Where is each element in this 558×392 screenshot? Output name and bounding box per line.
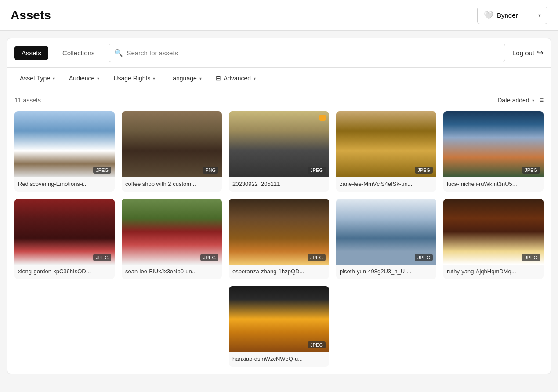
chevron-down-icon: ▾ [532, 98, 534, 103]
nav-bar: Assets Collections 🔍 Log out ↪ [7, 38, 551, 68]
top-bar: Assets 🤍 Bynder ▾ [0, 0, 558, 31]
filter-asset-type[interactable]: Asset Type ▾ [14, 72, 60, 84]
asset-name: zane-lee-MmVcjS4eISk-un... [336, 177, 436, 192]
sliders-icon: ⊟ [216, 75, 221, 82]
asset-card[interactable]: JPEG 20230922_205111 [229, 111, 329, 192]
main-container: Assets Collections 🔍 Log out ↪ Asset Typ… [7, 38, 551, 374]
asset-name: esperanza-zhang-1hzpQD... [229, 265, 329, 279]
chevron-icon: ▾ [199, 76, 202, 81]
asset-name: sean-lee-BlUxJx3eNp0-un... [122, 265, 222, 279]
asset-name: Rediscovering-Emotions-i... [14, 177, 115, 192]
asset-thumbnail: JPEG [229, 111, 329, 177]
asset-name: xiong-gordon-kpC36hIsOD... [14, 265, 115, 279]
filter-usage-rights[interactable]: Usage Rights ▾ [108, 72, 160, 84]
logout-label: Log out [512, 49, 534, 57]
asset-card[interactable]: JPEG zane-lee-MmVcjS4eISk-un... [336, 111, 436, 192]
sort-controls: Date added ▾ ≡ [497, 96, 544, 104]
asset-name: hanxiao-dsinWzcNWeQ-u... [229, 352, 329, 367]
format-badge: JPEG [200, 254, 218, 261]
asset-thumbnail: JPEG [443, 199, 544, 265]
asset-thumbnail: JPEG [229, 286, 329, 352]
bynder-heart-icon: 🤍 [484, 11, 493, 20]
asset-card[interactable]: JPEG esperanza-zhang-1hzpQD... [229, 199, 329, 279]
format-badge: PNG [203, 167, 218, 174]
sort-date-added-button[interactable]: Date added ▾ [497, 97, 534, 104]
logout-icon: ↪ [537, 48, 544, 58]
asset-thumbnail: JPEG [336, 199, 436, 265]
filter-audience-label: Audience [69, 75, 94, 82]
asset-card[interactable]: JPEG sean-lee-BlUxJx3eNp0-un... [122, 199, 222, 279]
format-badge: JPEG [308, 167, 326, 174]
sort-label: Date added [497, 97, 529, 104]
asset-card[interactable]: JPEG piseth-yun-498g2U3_n_U-... [336, 199, 436, 279]
search-icon: 🔍 [114, 49, 123, 57]
asset-thumbnail: JPEG [443, 111, 544, 177]
asset-name: 20230922_205111 [229, 177, 329, 192]
chevron-icon: ▾ [254, 76, 256, 81]
asset-card[interactable]: JPEG Rediscovering-Emotions-i... [14, 111, 115, 192]
filter-asset-type-label: Asset Type [20, 75, 50, 82]
tab-assets[interactable]: Assets [14, 46, 48, 60]
asset-count: 11 assets [14, 97, 41, 104]
orange-badge [319, 115, 326, 121]
asset-card[interactable]: JPEG xiong-gordon-kpC36hIsOD... [14, 199, 115, 279]
asset-name: luca-micheli-ruWkmt3nU5... [443, 177, 544, 192]
filter-language-label: Language [169, 75, 196, 82]
format-badge: JPEG [308, 341, 326, 348]
format-badge: JPEG [415, 167, 433, 174]
asset-thumbnail: JPEG [122, 199, 222, 265]
chevron-icon: ▾ [153, 76, 155, 81]
asset-thumbnail: PNG [122, 111, 222, 177]
sort-lines-icon: ≡ [540, 96, 544, 104]
format-badge: JPEG [415, 254, 433, 261]
format-badge: JPEG [308, 254, 326, 261]
asset-thumbnail: JPEG [229, 199, 329, 265]
chevron-down-icon: ▾ [538, 12, 541, 18]
format-badge: JPEG [522, 167, 540, 174]
asset-card[interactable]: JPEG luca-micheli-ruWkmt3nU5... [443, 111, 544, 192]
filter-bar: Asset Type ▾ Audience ▾ Usage Rights ▾ L… [7, 68, 551, 89]
asset-thumbnail: JPEG [14, 199, 115, 265]
content-area: 11 assets Date added ▾ ≡ JPEG Rediscover… [7, 89, 551, 374]
filter-audience[interactable]: Audience ▾ [64, 72, 105, 84]
assets-grid: JPEG Rediscovering-Emotions-i... PNG cof… [14, 111, 544, 367]
asset-thumbnail: JPEG [14, 111, 115, 177]
asset-card[interactable]: JPEG hanxiao-dsinWzcNWeQ-u... [229, 286, 329, 367]
format-badge: JPEG [522, 254, 540, 261]
tab-collections[interactable]: Collections [55, 46, 101, 60]
search-bar: 🔍 [109, 44, 505, 62]
format-badge: JPEG [93, 167, 111, 174]
content-header: 11 assets Date added ▾ ≡ [14, 96, 544, 104]
page-title: Assets [11, 8, 51, 22]
asset-name: coffee shop with 2 custom... [122, 177, 222, 192]
asset-card[interactable]: PNG coffee shop with 2 custom... [122, 111, 222, 192]
asset-card[interactable]: JPEG ruthy-yang-AjqhHqmDMq... [443, 199, 544, 279]
asset-thumbnail: JPEG [336, 111, 436, 177]
logout-button[interactable]: Log out ↪ [512, 48, 544, 58]
bynder-label: Bynder [497, 11, 518, 19]
sort-order-toggle[interactable]: ≡ [540, 96, 544, 104]
filter-advanced-label: Advanced [224, 75, 251, 82]
filter-language[interactable]: Language ▾ [164, 72, 207, 84]
filter-usage-rights-label: Usage Rights [113, 75, 150, 82]
filter-advanced[interactable]: ⊟ Advanced ▾ [210, 72, 261, 84]
search-input[interactable] [127, 49, 500, 57]
bynder-dropdown[interactable]: 🤍 Bynder ▾ [477, 7, 547, 24]
asset-name: ruthy-yang-AjqhHqmDMq... [443, 265, 544, 279]
asset-name: piseth-yun-498g2U3_n_U-... [336, 265, 436, 279]
chevron-icon: ▾ [53, 76, 55, 81]
format-badge: JPEG [93, 254, 111, 261]
chevron-icon: ▾ [97, 76, 99, 81]
